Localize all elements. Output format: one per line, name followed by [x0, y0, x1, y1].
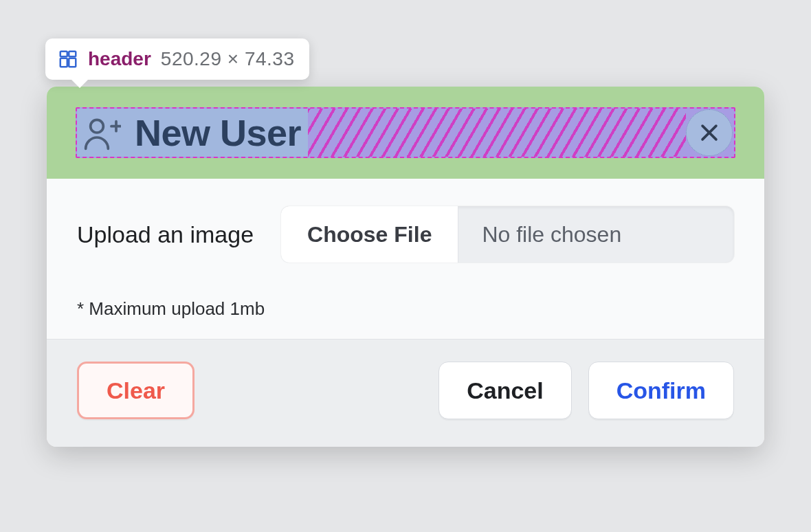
- dialog-title: New User: [135, 111, 301, 154]
- inspect-element-tag: header: [88, 48, 151, 70]
- inspect-element-dimensions: 520.29 × 74.33: [161, 48, 295, 70]
- upload-hint: * Maximum upload 1mb: [77, 298, 734, 320]
- devtools-inspect-tooltip: header 520.29 × 74.33: [45, 38, 309, 80]
- dialog-body: Upload an image Choose File No file chos…: [47, 179, 764, 339]
- svg-rect-1: [69, 52, 76, 57]
- layout-grid-icon: [58, 49, 78, 69]
- dialog-header-title-group: New User: [77, 109, 308, 157]
- svg-rect-2: [60, 58, 67, 67]
- upload-label: Upload an image: [77, 221, 254, 248]
- svg-rect-0: [60, 52, 67, 57]
- dialog-footer: Clear Cancel Confirm: [47, 339, 764, 447]
- file-input[interactable]: Choose File No file chosen: [281, 206, 734, 263]
- clear-button[interactable]: Clear: [77, 362, 195, 419]
- file-input-status: No file chosen: [458, 206, 734, 263]
- dialog-header-padding-highlight: New User: [47, 87, 764, 179]
- svg-rect-3: [69, 58, 76, 67]
- cancel-button[interactable]: Cancel: [438, 362, 572, 419]
- add-user-icon: [82, 113, 121, 152]
- svg-point-4: [91, 120, 104, 133]
- confirm-button[interactable]: Confirm: [588, 362, 734, 419]
- close-icon: [698, 121, 721, 144]
- close-button[interactable]: [686, 109, 733, 156]
- choose-file-button[interactable]: Choose File: [281, 206, 458, 263]
- new-user-dialog: New User Upload an image Choose File No …: [47, 87, 764, 447]
- dialog-header: New User: [76, 107, 735, 158]
- upload-row: Upload an image Choose File No file chos…: [77, 206, 734, 263]
- flex-gap-highlight: [308, 109, 686, 157]
